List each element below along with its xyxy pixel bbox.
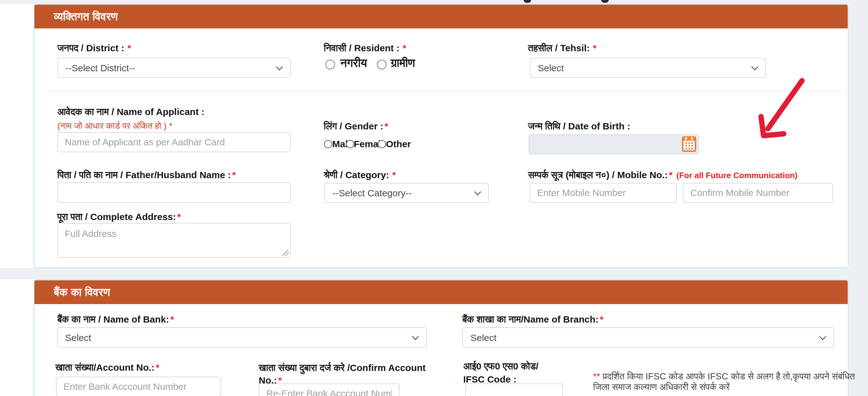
personal-details-section: व्यक्तिगत विवरण जनपद / District :* --Sel… (33, 4, 848, 268)
gender-radio-female[interactable] (346, 140, 354, 148)
ifsc-code-input[interactable] (465, 384, 563, 396)
father-husband-label: पिता / पति का नाम / Father/Husband Name … (57, 170, 236, 180)
required-asterisk: * (170, 314, 174, 324)
applicant-name-label: आवेदक का नाम / Name of Applicant : (57, 107, 205, 118)
aadhar-name-note: (नाम जो आधार कार्ड पर अंकित हो ) * (57, 121, 172, 131)
bank-details-section: बैंक का विवरण बैंक का नाम / Name of Bank… (33, 279, 848, 396)
gender-label: लिंग / Gender :* (324, 121, 388, 132)
gender-other-label[interactable]: Other (386, 139, 411, 150)
required-asterisk: * (403, 43, 406, 53)
district-label: जनपद / District :* (57, 43, 131, 54)
address-textarea[interactable] (57, 223, 290, 258)
required-asterisk: * (156, 362, 159, 372)
required-asterisk: * (392, 170, 396, 180)
district-select-wrap: --Select District-- (57, 58, 290, 78)
category-label: श्रेणी / Category:* (324, 170, 396, 180)
right-background-strip (848, 0, 868, 396)
required-asterisk: * (593, 43, 596, 53)
category-select-wrap: --Select Category-- (324, 183, 489, 203)
required-asterisk: * (232, 170, 236, 180)
confirm-mobile-number-input[interactable] (683, 183, 833, 203)
calendar-icon[interactable] (682, 136, 696, 152)
tehsil-select-wrap: Select (530, 58, 766, 78)
address-label: पूरा पता / Complete Address:* (57, 211, 181, 223)
confirm-account-number-label: खाता संख्या दुबारा दर्ज करे /Confirm Acc… (259, 362, 434, 387)
required-asterisk: * (384, 121, 388, 131)
bank-name-select-wrap: Select (57, 327, 427, 348)
bank-details-title: बैंक का विवरण (54, 286, 110, 298)
bank-name-label: बैंक का नाम / Name of Bank:* (57, 314, 174, 325)
ifsc-code-label-english: IFSC Code : (463, 374, 517, 385)
required-asterisk: * (177, 211, 181, 222)
tehsil-select[interactable]: Select (530, 58, 766, 78)
account-number-label: खाता संख्या/Account No.:* (55, 362, 159, 373)
top-background-strip (0, 0, 868, 4)
mobile-label: सम्पर्क सूत्र (मोबाइल न०) / Mobile No.:*… (528, 170, 798, 180)
bank-details-header: बैंक का विवरण (34, 280, 848, 304)
tehsil-label: तहसील / Tehsil:* (528, 43, 596, 54)
section-gap-strip (0, 268, 868, 279)
mobile-communication-note: (For all Future Communication) (677, 171, 798, 180)
gender-radio-male[interactable] (324, 140, 332, 148)
bank-name-select[interactable]: Select (57, 327, 427, 348)
required-asterisk: * (127, 43, 131, 53)
required-asterisk: * (600, 314, 604, 324)
personal-details-header: व्यक्तिगत विवरण (34, 5, 848, 28)
father-husband-name-input[interactable] (57, 182, 290, 203)
district-select[interactable]: --Select District-- (57, 58, 290, 78)
branch-name-label: बैंक शाखा का नाम/Name of Branch:* (462, 314, 603, 325)
mobile-number-input[interactable] (530, 183, 677, 203)
dob-label: जन्म तिथि / Date of Birth : (528, 121, 630, 132)
resident-rural-label[interactable]: ग्रामीण (391, 57, 415, 70)
personal-details-title: व्यक्तिगत विवरण (54, 10, 118, 23)
account-number-input[interactable] (56, 376, 221, 396)
dob-input[interactable] (529, 134, 699, 155)
branch-name-select-wrap: Select (462, 327, 834, 348)
category-select[interactable]: --Select Category-- (324, 183, 489, 203)
ifsc-code-label-hindi: आई0 एफ0 एस0 कोड/ (463, 361, 538, 372)
resident-urban-label[interactable]: नगरीय (340, 57, 367, 70)
resident-radio-urban[interactable] (325, 60, 335, 69)
application-form-page: व्यक्तिगत विवरण जनपद / District :* --Sel… (0, 0, 868, 396)
required-asterisk: * (669, 170, 673, 180)
branch-name-select[interactable]: Select (462, 327, 834, 348)
gender-radio-other[interactable] (378, 140, 386, 148)
section-divider (48, 91, 844, 92)
applicant-name-input[interactable] (57, 132, 290, 152)
resident-radio-rural[interactable] (377, 60, 386, 69)
ifsc-mismatch-note: ** प्रदर्शित किया IFSC कोड आपके IFSC कोड… (593, 371, 865, 392)
resident-label: निवासी / Resident :* (324, 43, 406, 54)
ifsc-note-text: प्रदर्शित किया IFSC कोड आपके IFSC कोड से… (593, 371, 855, 392)
ifsc-note-marker: ** (593, 371, 600, 381)
confirm-account-number-input[interactable] (259, 384, 399, 396)
